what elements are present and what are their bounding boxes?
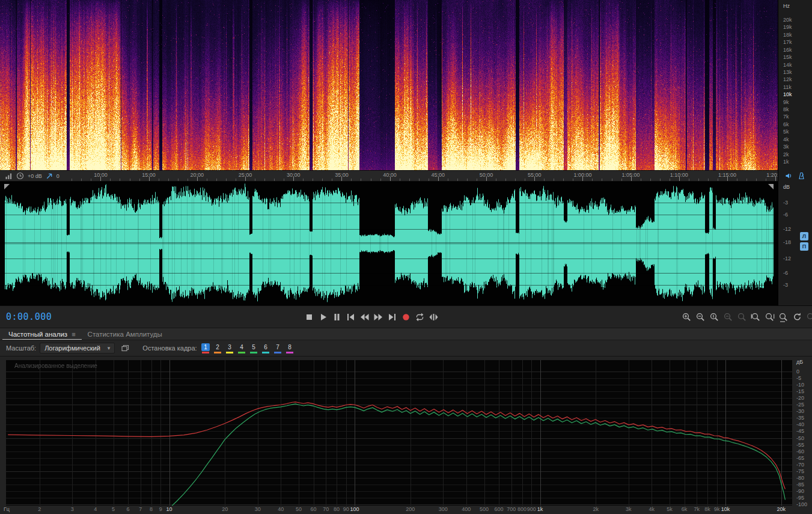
timeline-tick xyxy=(698,179,699,181)
play-button[interactable] xyxy=(317,311,328,322)
hold-frame-button-7[interactable]: 7 xyxy=(273,343,283,353)
x-tick-label: 9 xyxy=(159,506,162,512)
x-tick-label: 800 xyxy=(517,506,527,512)
zoom-in-time-button[interactable] xyxy=(681,311,692,322)
channel-right-button[interactable]: П xyxy=(800,242,808,251)
y-tick-label: -30 xyxy=(796,408,804,414)
zoom-reset-amplitude-button[interactable] xyxy=(736,311,747,322)
amplitude-db-label: -6 xyxy=(783,212,788,218)
channel-left-button[interactable]: Л xyxy=(800,232,808,240)
hold-frame-button-1[interactable]: 1 xyxy=(201,343,211,353)
metronome-icon[interactable] xyxy=(798,172,805,180)
y-tick-label: -5 xyxy=(796,375,801,381)
playhead-time-display[interactable]: 0:00.000 xyxy=(6,311,52,322)
y-tick-label: 0 xyxy=(796,369,799,375)
panel-menu-icon[interactable]: ≡ xyxy=(72,331,75,338)
reset-zoom-button[interactable] xyxy=(792,311,802,322)
amplitude-db-label: -12 xyxy=(783,226,791,232)
timeline-tick xyxy=(110,179,111,181)
hold-frame-button-5[interactable]: 5 xyxy=(249,343,259,353)
freq-scale-label: 7k xyxy=(783,114,789,120)
spectrogram-canvas[interactable] xyxy=(0,0,778,170)
y-tick-label: -70 xyxy=(796,462,804,468)
tab-amplitude-statistics[interactable]: Статистика Амплитуды xyxy=(82,328,168,340)
timeline-left-controls: +0 dB 0 xyxy=(0,171,64,181)
selection-handle-left[interactable] xyxy=(4,184,10,189)
timeline-time-label: 55:00 xyxy=(528,172,542,178)
timeline-tick xyxy=(592,179,593,181)
x-tick-label: 3 xyxy=(71,506,74,512)
x-axis-unit-label: Гц xyxy=(4,506,10,512)
timeline-tick xyxy=(660,179,661,181)
x-tick-label: 7 xyxy=(139,506,142,512)
loop-button[interactable] xyxy=(414,311,425,322)
timeline-time-label: 1:15:00 xyxy=(718,172,736,178)
freq-scale-label: 15k xyxy=(783,54,792,60)
hold-frame-button-8[interactable]: 8 xyxy=(285,343,295,353)
amplitude-db-label: -18 xyxy=(783,239,791,245)
zoom-to-in-point-button[interactable] xyxy=(750,311,761,322)
clock-icon[interactable] xyxy=(16,172,24,180)
hold-frame-color xyxy=(262,352,269,353)
x-tick-label: 900 xyxy=(527,506,536,512)
skip-selection-button[interactable] xyxy=(428,311,439,322)
selection-handle-right[interactable] xyxy=(768,184,774,189)
rewind-button[interactable] xyxy=(359,311,370,322)
timeline-tick xyxy=(91,179,91,181)
zoom-to-selection-button[interactable] xyxy=(778,311,789,322)
tab-frequency-analysis[interactable]: Частотный анализ ≡ xyxy=(2,328,82,340)
skip-start-button[interactable] xyxy=(345,311,356,322)
timeline-tick xyxy=(670,179,670,181)
y-tick-label: -45 xyxy=(796,428,804,434)
timeline-ruler[interactable]: +0 dB 0 10:0015:0020:0025:0030:0035:0040… xyxy=(0,170,778,182)
tab-amplitude-statistics-label: Статистика Амплитуды xyxy=(88,331,162,338)
level-meter-icon[interactable] xyxy=(5,172,13,180)
zoom-out-time-button[interactable] xyxy=(695,311,706,322)
speaker-icon[interactable] xyxy=(785,172,793,180)
waveform-canvas[interactable] xyxy=(0,182,778,305)
freq-scale-label: 2k xyxy=(783,151,789,158)
zoom-buttons xyxy=(681,306,812,328)
timeline-tick xyxy=(448,179,448,181)
hold-frame-number: 1 xyxy=(201,343,210,351)
zoom-to-out-point-button[interactable] xyxy=(764,311,775,322)
hold-frame-color xyxy=(238,352,245,353)
hold-frame-button-6[interactable]: 6 xyxy=(261,343,271,353)
hold-frame-button-3[interactable]: 3 xyxy=(225,343,235,353)
panel-tabs: Частотный анализ ≡ Статистика Амплитуды xyxy=(0,328,812,340)
copy-frame-icon[interactable] xyxy=(121,344,129,352)
x-tick-label: 50 xyxy=(296,506,302,512)
timeline-tick xyxy=(467,179,468,181)
amplitude-db-label: -3 xyxy=(783,282,788,288)
zoom-in-amplitude-button[interactable] xyxy=(709,311,719,322)
hold-frame-number: 4 xyxy=(237,343,246,351)
skip-end-button[interactable] xyxy=(386,311,397,322)
snap-arrow-icon[interactable] xyxy=(46,173,53,180)
hold-frame-button-2[interactable]: 2 xyxy=(213,343,223,353)
hold-frame-color xyxy=(286,352,293,353)
forward-button[interactable] xyxy=(373,311,383,322)
y-tick-label: -65 xyxy=(796,455,804,461)
zoom-full-button[interactable] xyxy=(805,311,812,322)
db-unit-label: dB xyxy=(783,184,790,190)
x-tick-label: 40 xyxy=(278,506,284,512)
y-tick-label: -10 xyxy=(796,382,804,388)
timeline-tick xyxy=(139,179,140,181)
hold-frame-color xyxy=(274,352,281,353)
x-tick-label: 8k xyxy=(704,506,710,512)
frequency-chart-canvas[interactable] xyxy=(6,360,792,506)
tab-frequency-analysis-label: Частотный анализ xyxy=(8,331,67,338)
stop-button[interactable] xyxy=(304,311,314,322)
timeline-tick xyxy=(689,179,689,181)
pause-button[interactable] xyxy=(331,311,342,322)
record-button[interactable] xyxy=(400,311,411,322)
timeline-tick xyxy=(602,179,602,181)
zoom-out-amplitude-button[interactable] xyxy=(722,311,733,322)
y-tick-label: -60 xyxy=(796,448,804,454)
timeline-tick xyxy=(284,179,284,181)
scale-select[interactable]: Логарифмический ▾ xyxy=(40,343,115,353)
hold-frame-number: 3 xyxy=(225,343,234,351)
timeline-time-label: 35:00 xyxy=(335,172,349,178)
hold-frame-button-4[interactable]: 4 xyxy=(237,343,247,353)
hold-frame-number: 6 xyxy=(261,343,270,351)
